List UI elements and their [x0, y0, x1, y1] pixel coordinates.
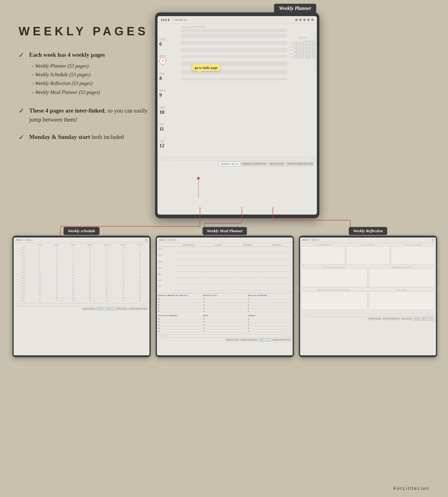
habit-cell[interactable]	[310, 45, 313, 48]
feature-bold-3: Monday & Sunday start	[29, 134, 90, 140]
habit-cell[interactable]	[307, 52, 309, 55]
habit-cell[interactable]	[300, 55, 303, 58]
schedule-cell: 21	[115, 288, 131, 291]
schedule-cell: 8	[98, 255, 115, 257]
grocery-line	[160, 310, 202, 312]
nav-tab-meal-plan[interactable]: MEAL PLAN	[268, 162, 285, 166]
sat-col-hdr: SAT 12	[132, 244, 148, 246]
schedule-cell: 16	[132, 271, 148, 274]
grocery-line	[205, 324, 247, 326]
schedule-row: 9:003456789	[15, 252, 148, 254]
goals-line-1	[181, 29, 287, 29]
planner-icons	[295, 19, 314, 21]
habit-cell[interactable]	[300, 42, 303, 45]
misc-item-1	[203, 317, 247, 320]
meat-item-1	[248, 297, 291, 300]
ref-nav-reflection[interactable]: WEEKLY REFLECTION	[413, 317, 434, 320]
habit-cell[interactable]	[307, 45, 309, 48]
habit-cell[interactable]	[294, 49, 297, 51]
habit-cell[interactable]	[300, 52, 303, 55]
habit-cell[interactable]	[307, 55, 309, 58]
grocery-section: DAIRY & BREAD & CEREALS FRUIT & VEG	[158, 293, 291, 333]
sch-nav-schedule[interactable]: WEEKLY SCHEDULE	[96, 308, 116, 310]
reflection-footer-brand: © ForLittleLion	[301, 314, 311, 316]
habit-cell[interactable]	[300, 45, 303, 48]
schedule-cell: 25	[115, 299, 131, 302]
habit-cell[interactable]	[304, 52, 306, 55]
schedule-row: 23:0017181920212223	[15, 291, 148, 293]
ref-nav-weekly-plan[interactable]: WEEKLY PLAN	[368, 317, 381, 320]
grocery-line	[160, 317, 202, 320]
habit-cell[interactable]	[310, 55, 313, 58]
schedule-cell: 11	[98, 263, 115, 265]
bottom-section: Weekly schedule JULY WEEK 29 SUN 8 MON 1…	[12, 236, 437, 357]
habit-cell[interactable]	[310, 52, 313, 55]
habit-cell[interactable]	[310, 42, 313, 45]
habit-cell[interactable]	[304, 49, 306, 51]
day-fri-number: 11	[159, 126, 177, 132]
schedule-cell: 19	[48, 294, 65, 296]
habit-cell[interactable]	[297, 52, 300, 55]
meal-fri-snacks	[263, 273, 291, 278]
habit-cell[interactable]	[304, 45, 306, 48]
schedule-cell: 15	[65, 280, 82, 282]
snacks-column: SNACKS & DRINKS	[158, 315, 202, 333]
schedule-cell: 11	[32, 274, 48, 277]
grocery-line	[250, 324, 291, 326]
meal-sun-dinner	[233, 285, 262, 291]
habit-cell[interactable]	[294, 55, 297, 58]
schedule-cell: 20	[48, 296, 65, 299]
grocery-line	[205, 304, 247, 306]
grocery-line	[160, 321, 202, 323]
habit-cell[interactable]	[297, 45, 300, 48]
habit-cell[interactable]	[297, 49, 300, 51]
sch-nav-reflection[interactable]: WEEKLY REFLECTION	[128, 308, 148, 310]
grocery-line	[160, 297, 202, 300]
habit-cell[interactable]	[310, 49, 313, 51]
sch-nav-meal[interactable]: MEAL PLAN	[116, 308, 128, 310]
habit-cell[interactable]	[297, 42, 300, 45]
habit-cell[interactable]	[307, 49, 309, 51]
time-cell: 14:00	[15, 266, 31, 268]
dairy-item-4	[158, 307, 202, 309]
schedule-cell: 15	[132, 268, 148, 271]
schedule-cell: 21	[48, 299, 65, 302]
day-mon-number[interactable]: 7	[159, 58, 166, 64]
meal-header: JULY WEEK 30	[157, 237, 293, 243]
nav-tab-weekly-plan[interactable]: WEEKLY PLAN	[219, 162, 240, 166]
improvements-title: IMPROVEMENTS TO MAKE	[369, 267, 435, 268]
schedule-cell: 13	[65, 274, 82, 277]
meal-tue-dinner	[233, 254, 262, 260]
meal-mon-lunch	[204, 248, 233, 253]
time-cell: 25:00	[15, 296, 31, 299]
habit-cell[interactable]	[304, 42, 306, 45]
habit-cell[interactable]	[297, 55, 300, 58]
habit-cell[interactable]	[294, 42, 297, 45]
ref-nav-meal[interactable]: MEAL PLAN	[401, 317, 412, 320]
schedule-cell: 9	[32, 268, 48, 271]
schedule-cell: 23	[132, 291, 148, 293]
meal-nav-weekly-plan[interactable]: WEEKLY PLAN	[225, 339, 239, 341]
sch-nav-weekly-plan[interactable]: WEEKLY PLAN	[82, 308, 95, 310]
tablet-frame: JULY WEEK 28 SUN	[155, 12, 319, 218]
fruit-item-5	[203, 310, 247, 312]
meal-nav-reflection[interactable]: WEEKLY REFLECTION	[272, 339, 291, 341]
schedule-cell: 13	[98, 268, 115, 271]
nav-tab-weekly-schedule[interactable]: WEEKLY SCHEDULE	[241, 162, 267, 166]
habit-cell[interactable]	[304, 55, 306, 58]
schedule-row: 17:0011121314151617	[15, 274, 148, 277]
schedule-cell: 8	[32, 266, 48, 268]
grocery-dot	[248, 307, 249, 309]
habit-cell[interactable]	[300, 49, 303, 51]
meal-nav-schedule[interactable]: WEEKLY SCHEDULE	[240, 339, 258, 341]
habit-cell[interactable]	[294, 52, 297, 55]
reflection-row-2: DIFFICULTIES/CHALLENGES IMPROVEMENTS TO …	[301, 267, 435, 287]
ref-nav-schedule[interactable]: WEEKLY SCHEDULE	[382, 317, 400, 320]
habit-cell[interactable]	[294, 45, 297, 48]
meal-grid: BREAKFAST LUNCH DINNER SNACKS MON	[157, 243, 293, 334]
grocery-dot	[248, 331, 249, 332]
meal-nav-meal[interactable]: MEAL PLAN	[258, 339, 271, 341]
habit-cell[interactable]	[307, 42, 309, 45]
habit-check-row-1	[294, 42, 316, 45]
nav-tab-weekly-reflection[interactable]: WEEKLY REFLECTION	[286, 162, 314, 166]
